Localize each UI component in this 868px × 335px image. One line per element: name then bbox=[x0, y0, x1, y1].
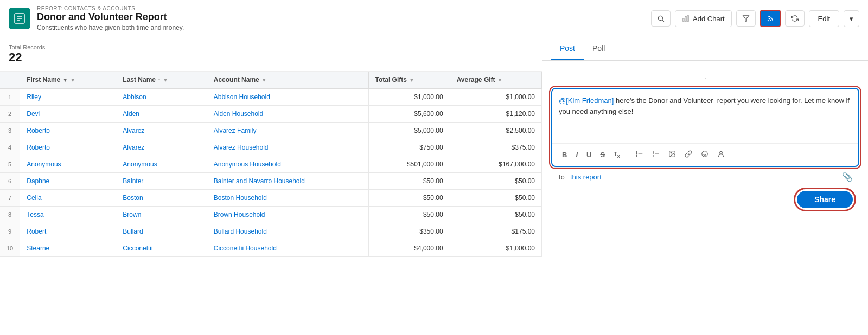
ordered-list-button[interactable]: 123 bbox=[649, 148, 663, 162]
last-name-link[interactable]: Alvarez bbox=[123, 144, 144, 151]
account-name-cell: Alden Household bbox=[207, 106, 368, 123]
post-toolbar: B I U S Tx 123 bbox=[552, 143, 858, 166]
feed-button[interactable] bbox=[760, 10, 781, 27]
totalgifts-filter-icon[interactable]: ▼ bbox=[409, 77, 414, 83]
italic-button[interactable]: I bbox=[572, 149, 581, 161]
last-name-cell: Abbison bbox=[116, 88, 207, 106]
total-gifts-cell: $50.00 bbox=[368, 173, 450, 190]
last-name-cell: Boston bbox=[116, 190, 207, 207]
account-name-link[interactable]: Abbison Household bbox=[214, 93, 270, 101]
edit-button[interactable]: Edit bbox=[809, 10, 839, 27]
last-name-link[interactable]: Bullard bbox=[123, 228, 143, 235]
row-num-cell: 6 bbox=[0, 173, 20, 190]
lastname-filter-icon[interactable]: ▼ bbox=[163, 77, 168, 83]
account-name-link[interactable]: Bainter and Navarro Household bbox=[214, 177, 305, 185]
table-row: 8 Tessa Brown Brown Household $50.00 $50… bbox=[0, 207, 542, 223]
app-container: REPORT: CONTACTS & ACCOUNTS Donor and Vo… bbox=[0, 0, 868, 335]
last-name-link[interactable]: Boston bbox=[123, 194, 143, 202]
add-chart-button[interactable]: Add Chart bbox=[675, 10, 732, 27]
to-label: To bbox=[558, 173, 568, 181]
to-target[interactable]: this report bbox=[570, 173, 602, 181]
row-num-cell: 8 bbox=[0, 207, 20, 223]
firstname-filter-icon[interactable]: ▼ bbox=[70, 77, 75, 83]
filter-button[interactable] bbox=[736, 10, 756, 27]
svg-line-5 bbox=[662, 20, 664, 22]
account-name-link[interactable]: Boston Household bbox=[214, 194, 267, 202]
svg-point-28 bbox=[720, 151, 723, 154]
last-name-link[interactable]: Bainter bbox=[123, 177, 143, 185]
post-content-area[interactable]: @[Kim Friedman] here's the Donor and Vol… bbox=[552, 89, 858, 143]
main-content: Total Records 22 First Name ▼ ▼ bbox=[0, 37, 868, 335]
strikethrough-button[interactable]: S bbox=[597, 149, 608, 161]
first-name-link[interactable]: Tessa bbox=[27, 211, 43, 218]
account-name-cell: Alvarez Family bbox=[207, 123, 368, 139]
more-button[interactable]: ▾ bbox=[844, 10, 859, 27]
clear-format-button[interactable]: Tx bbox=[610, 149, 623, 161]
svg-point-14 bbox=[636, 152, 637, 153]
first-name-cell: Tessa bbox=[20, 207, 116, 223]
last-name-link[interactable]: Alvarez bbox=[123, 127, 144, 134]
account-name-link[interactable]: Bullard Household bbox=[214, 228, 267, 235]
account-name-link[interactable]: Brown Household bbox=[214, 211, 265, 218]
search-button[interactable] bbox=[651, 10, 671, 27]
svg-point-15 bbox=[636, 153, 637, 154]
last-name-link[interactable]: Abbison bbox=[123, 93, 146, 101]
account-name-link[interactable]: Alden Household bbox=[214, 110, 263, 118]
firstname-sort-icon[interactable]: ▼ bbox=[62, 77, 68, 83]
header-left: REPORT: CONTACTS & ACCOUNTS Donor and Vo… bbox=[9, 5, 184, 31]
edit-label: Edit bbox=[818, 15, 830, 23]
share-button[interactable]: Share bbox=[797, 191, 853, 208]
first-name-link[interactable]: Roberto bbox=[27, 144, 50, 151]
table-row: 7 Celia Boston Boston Household $50.00 $… bbox=[0, 190, 542, 207]
tab-post[interactable]: Post bbox=[551, 37, 584, 60]
col-header-accountname: Account Name ▼ bbox=[207, 72, 368, 88]
first-name-link[interactable]: Daphne bbox=[27, 177, 49, 185]
table-row: 2 Devi Alden Alden Household $5,600.00 $… bbox=[0, 106, 542, 123]
last-name-cell: Cicconettii bbox=[116, 240, 207, 257]
header: REPORT: CONTACTS & ACCOUNTS Donor and Vo… bbox=[0, 0, 868, 37]
first-name-cell: Anonymous bbox=[20, 156, 116, 173]
col-header-totalgifts: Total Gifts ▼ bbox=[368, 72, 450, 88]
col-header-averagegift: Average Gift ▼ bbox=[450, 72, 541, 88]
bold-button[interactable]: B bbox=[559, 149, 570, 161]
emoji-button[interactable] bbox=[698, 148, 712, 162]
last-name-cell: Anonymous bbox=[116, 156, 207, 173]
refresh-button[interactable] bbox=[785, 10, 805, 27]
bullet-list-button[interactable] bbox=[633, 148, 647, 162]
svg-text:3: 3 bbox=[653, 154, 654, 157]
first-name-link[interactable]: Stearne bbox=[27, 244, 49, 252]
account-name-link[interactable]: Alvarez Household bbox=[214, 144, 269, 151]
total-gifts-cell: $5,600.00 bbox=[368, 106, 450, 123]
account-name-link[interactable]: Alvarez Family bbox=[214, 127, 257, 134]
account-name-link[interactable]: Cicconettii Household bbox=[214, 244, 277, 252]
underline-button[interactable]: U bbox=[583, 149, 595, 161]
first-name-link[interactable]: Robert bbox=[27, 228, 46, 235]
last-name-link[interactable]: Brown bbox=[123, 211, 141, 218]
mention-button[interactable] bbox=[714, 148, 728, 162]
link-button[interactable] bbox=[681, 148, 695, 162]
first-name-cell: Roberto bbox=[20, 123, 116, 139]
right-panel: Post Poll · @[Kim Friedman] here's the D… bbox=[542, 37, 868, 335]
first-name-link[interactable]: Anonymous bbox=[27, 160, 61, 168]
attach-icon[interactable]: 📎 bbox=[842, 172, 853, 182]
last-name-link[interactable]: Anonymous bbox=[123, 160, 157, 168]
average-gift-cell: $50.00 bbox=[450, 173, 541, 190]
accountname-filter-icon[interactable]: ▼ bbox=[261, 77, 267, 83]
total-gifts-cell: $50.00 bbox=[368, 207, 450, 223]
col-header-rownum bbox=[0, 72, 20, 88]
first-name-link[interactable]: Devi bbox=[27, 110, 40, 118]
account-name-link[interactable]: Anonymous Household bbox=[214, 160, 281, 168]
row-num-cell: 1 bbox=[0, 88, 20, 106]
first-name-link[interactable]: Celia bbox=[27, 194, 41, 202]
mention-text: @[Kim Friedman] bbox=[559, 96, 614, 105]
averagegift-filter-icon[interactable]: ▼ bbox=[497, 77, 503, 83]
lastname-sort-icon[interactable]: ↑ bbox=[158, 77, 161, 83]
last-name-link[interactable]: Alden bbox=[123, 110, 139, 118]
image-button[interactable] bbox=[665, 148, 679, 162]
last-name-cell: Bullard bbox=[116, 223, 207, 240]
first-name-link[interactable]: Roberto bbox=[27, 127, 50, 134]
first-name-link[interactable]: Riley bbox=[27, 93, 41, 101]
tab-poll[interactable]: Poll bbox=[584, 37, 614, 60]
svg-point-10 bbox=[767, 20, 768, 21]
last-name-link[interactable]: Cicconettii bbox=[123, 244, 152, 252]
